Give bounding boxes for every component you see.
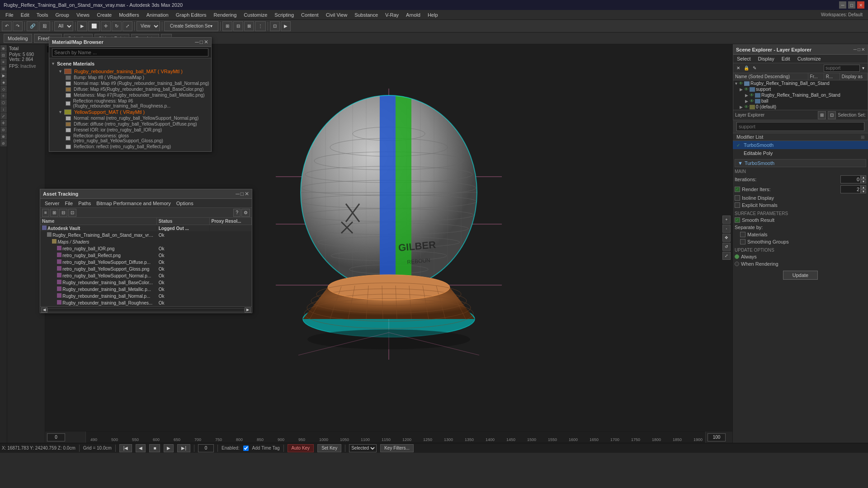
left-icon-10[interactable]: ↕ — [0, 106, 7, 113]
iterations-input[interactable] — [840, 175, 861, 183]
at-menu-paths[interactable]: Paths — [75, 200, 94, 206]
tab-customize[interactable]: Customize — [794, 55, 825, 63]
at-grid-btn[interactable]: ⊞ — [50, 209, 58, 217]
view-dropdown[interactable]: View — [137, 21, 160, 31]
pan-button[interactable]: ✥ — [722, 234, 731, 242]
mat-sub-2-normal[interactable]: Normal: normal (retro_rugby_ball_YellowS… — [51, 115, 209, 121]
se-close-icon[interactable]: ✕ — [735, 65, 741, 71]
maximize-button[interactable]: □ — [848, 1, 855, 9]
se-search-input[interactable] — [824, 65, 860, 72]
tab-display[interactable]: Display — [755, 55, 778, 63]
at-table-row[interactable]: Autodesk VaultLogged Out ... — [40, 225, 252, 232]
menu-graph-editors[interactable]: Graph Editors — [172, 11, 210, 19]
tab-edit[interactable]: Edit — [778, 55, 794, 63]
menu-animation[interactable]: Animation — [143, 11, 172, 19]
mat-item-2[interactable]: ▼ YellowSupport_MAT ( VRayMtl ) — [51, 109, 209, 115]
play-back-button[interactable]: ◀ — [136, 444, 146, 452]
at-menu-file[interactable]: File — [62, 200, 75, 206]
menu-content[interactable]: Content — [297, 11, 322, 19]
at-detail-btn[interactable]: ⊟ — [59, 209, 67, 217]
mat-sub-metalness[interactable]: Metalness: Map #7(Rugby_rebounder_traini… — [51, 92, 209, 98]
menu-scripting[interactable]: Scripting — [271, 11, 297, 19]
tab-modeling[interactable]: Modeling — [4, 34, 32, 43]
mat-sub-2-fresnel[interactable]: Fresnel IOR: ior (retro_rugby_ball_IOR.p… — [51, 127, 209, 133]
maximize-view-button[interactable]: ⤢ — [722, 252, 731, 260]
minimize-button[interactable]: ─ — [839, 1, 846, 9]
zoom-out-button[interactable]: - — [722, 225, 731, 233]
at-menu-bitmap[interactable]: Bitmap Performance and Memory — [94, 200, 173, 206]
frame-end-input[interactable] — [708, 433, 726, 441]
prev-frame-button[interactable]: |◀ — [119, 444, 132, 452]
next-frame-button[interactable]: ▶| — [177, 444, 190, 452]
mat-maximize-button[interactable]: □ — [200, 39, 203, 45]
mat-sub-2-gloss[interactable]: Reflection glossiness: gloss (retro_rugb… — [51, 133, 209, 144]
at-table-row[interactable]: Rugby_rebounder_training_ball_BaseColor.… — [40, 279, 252, 286]
mat-sub-normal[interactable]: Normal map: Map #9 (Rugby_rebounder_trai… — [51, 80, 209, 86]
materials-checkbox[interactable] — [740, 232, 745, 237]
redo-button[interactable]: ↷ — [13, 21, 23, 31]
se-row-support[interactable]: ▶ 👁 support — [733, 86, 868, 92]
left-icon-12[interactable]: ✛ — [0, 120, 7, 126]
orbit-button[interactable]: ↺ — [722, 243, 731, 251]
frame-start-input[interactable] — [47, 433, 65, 441]
at-maximize-button[interactable]: □ — [241, 191, 244, 197]
se-row-default-layer[interactable]: ▶ 👁 0 (default) — [733, 104, 868, 110]
se-bottom-icon-1[interactable]: ⊞ — [818, 111, 826, 119]
iterations-down[interactable]: ▼ — [861, 179, 866, 183]
select-region-button[interactable]: ⬜ — [88, 21, 100, 31]
selection-filter[interactable]: All — [54, 21, 73, 31]
tab-select[interactable]: Select — [733, 55, 755, 63]
menu-file[interactable]: File — [2, 11, 17, 19]
at-settings-btn[interactable]: ⚙ — [241, 209, 250, 217]
at-table-row[interactable]: retro_rugby_ball_Reflect.pngOk — [40, 252, 252, 259]
selected-dropdown[interactable]: Selected — [349, 444, 377, 452]
at-table-row[interactable]: retro_rugby_ball_IOR.pngOk — [40, 245, 252, 252]
at-menu-options[interactable]: Options — [174, 200, 196, 206]
at-thumbnail-btn[interactable]: ⊡ — [68, 209, 76, 217]
key-filters-button[interactable]: Key Filters... — [380, 444, 414, 452]
renderit-down[interactable]: ▼ — [861, 189, 866, 193]
at-table-row[interactable]: retro_rugby_ball_YellowSupport_Diffuse.p… — [40, 259, 252, 266]
explicit-checkbox[interactable] — [735, 202, 740, 208]
set-key-button[interactable]: Set Key — [317, 444, 341, 452]
layer-explorer-tab[interactable]: Layer Explorer — [735, 113, 764, 117]
play-forward-button[interactable]: ▶ — [164, 444, 174, 452]
menu-vray[interactable]: V-Ray — [382, 11, 402, 19]
update-button[interactable]: Update — [783, 271, 818, 280]
at-table-row[interactable]: Rugby_rebounder_training_ball_Metallic.p… — [40, 286, 252, 293]
align-button[interactable]: ⋮ — [255, 21, 266, 31]
stop-button[interactable]: ■ — [149, 444, 160, 452]
se-maximize-button[interactable]: □ — [858, 47, 860, 52]
left-icon-1[interactable]: ⊕ — [0, 45, 7, 52]
menu-create[interactable]: Create — [93, 11, 115, 19]
at-scroll-right[interactable]: ▶ — [245, 307, 251, 313]
modifier-search-input[interactable] — [736, 122, 864, 131]
se-row-root[interactable]: ▼ 👁 Rugby_Reflex_Training_Ball_on_Stand — [733, 80, 868, 86]
link-button[interactable]: 🔗 — [27, 21, 38, 31]
se-filter-icon[interactable]: ▾ — [861, 65, 866, 71]
mat-item-1[interactable]: ▼ Rugby_rebounder_training_ball_MAT ( VR… — [51, 68, 209, 75]
at-table-row[interactable]: retro_rugby_ball_YellowSupport_Normal.p.… — [40, 272, 252, 279]
current-frame-input[interactable] — [198, 444, 214, 452]
mat-minimize-button[interactable]: ─ — [195, 39, 199, 45]
graph-align-button[interactable]: ⊞ — [222, 21, 232, 31]
at-menu-server[interactable]: Server — [42, 200, 62, 206]
render-button[interactable]: ▶ — [281, 21, 291, 31]
se-close-button[interactable]: ✕ — [861, 47, 865, 52]
at-table-row[interactable]: retro_rugby_ball_YellowSupport_Gloss.png… — [40, 266, 252, 272]
left-icon-13[interactable]: ⊙ — [0, 127, 7, 133]
timeline-ruler[interactable]: 4905005506006507007508008509009501000105… — [86, 432, 705, 443]
at-minimize-button[interactable]: ─ — [236, 191, 240, 197]
always-radio[interactable] — [735, 254, 739, 259]
at-scrolltrack[interactable] — [47, 309, 245, 311]
mirror-button[interactable]: ⊠ — [244, 21, 254, 31]
left-icon-6[interactable]: ◈ — [0, 79, 7, 85]
enabled-checkbox[interactable] — [243, 446, 249, 451]
left-icon-9[interactable]: ⬡ — [0, 99, 7, 106]
left-icon-14[interactable]: ⊗ — [0, 133, 7, 140]
menu-views[interactable]: Views — [73, 11, 93, 19]
unlink-button[interactable]: ⛓ — [39, 21, 50, 31]
select-object-button[interactable]: ▶ — [77, 21, 87, 31]
render-iters-checkbox[interactable]: ✓ — [735, 187, 740, 192]
left-icon-15[interactable]: ⊘ — [0, 140, 7, 146]
